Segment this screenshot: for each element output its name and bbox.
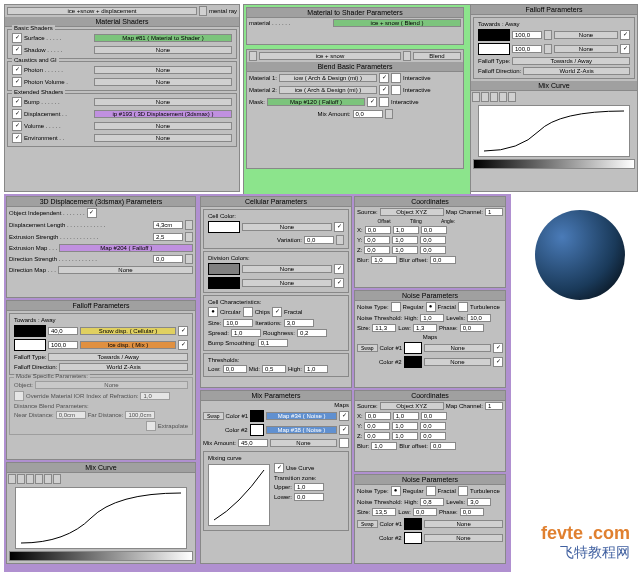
mid-input[interactable]: 0,5	[262, 365, 286, 373]
material-dropdown[interactable]: ice +snow + displacement	[7, 7, 197, 15]
mat1-radio[interactable]	[391, 73, 401, 83]
map1-btn[interactable]: None	[554, 31, 618, 39]
lower-input[interactable]: 0,0	[294, 493, 324, 501]
objind-cb[interactable]: ✓	[87, 208, 97, 218]
f2v1-input[interactable]: 40,0	[48, 327, 78, 335]
map2-cb[interactable]: ✓	[620, 44, 630, 54]
volume-btn[interactable]: None	[94, 122, 232, 130]
mat2-btn[interactable]: ice ( Arch & Design (mi) )	[279, 86, 377, 94]
estr-input[interactable]: 2,5	[153, 233, 183, 241]
bump-input[interactable]: 0,1	[258, 339, 288, 347]
spin[interactable]	[544, 44, 552, 54]
disp-btn[interactable]: ip #193 ( 3D Displacement (3dsmax) )	[94, 110, 232, 118]
div2-swatch[interactable]	[208, 277, 240, 289]
iter-input[interactable]: 3,0	[284, 319, 314, 327]
spin[interactable]	[544, 30, 552, 40]
val2-input[interactable]: 100,0	[512, 45, 542, 53]
photonvol-cb[interactable]: ✓	[12, 77, 22, 87]
c3[interactable]	[490, 92, 498, 102]
y2t[interactable]: 1,0	[392, 422, 418, 430]
s[interactable]	[185, 232, 193, 242]
env-cb[interactable]: ✓	[12, 133, 22, 143]
ya[interactable]: 0,0	[420, 236, 446, 244]
cc-cb[interactable]: ✓	[334, 222, 344, 232]
s[interactable]	[185, 220, 193, 230]
low-input[interactable]: 0,0	[223, 365, 247, 373]
c1-map-btn[interactable]: Map #34 ( Noise )	[266, 412, 337, 420]
upper-input[interactable]: 1,0	[294, 483, 324, 491]
ph2-input[interactable]: 0,0	[460, 508, 484, 516]
fdir-dd[interactable]: World Z-Axis	[523, 67, 630, 75]
var-input[interactable]: 0,0	[304, 236, 334, 244]
x2o[interactable]: 0,0	[365, 412, 391, 420]
dd-arrow-icon[interactable]	[403, 51, 411, 61]
mc3[interactable]	[26, 474, 34, 484]
val1-input[interactable]: 100,0	[512, 31, 542, 39]
f2b1-cb[interactable]: ✓	[178, 326, 188, 336]
nc1-btn[interactable]: None	[424, 344, 491, 352]
f2v2-input[interactable]: 100,0	[48, 341, 78, 349]
mixamt2-cb[interactable]	[339, 438, 349, 448]
color1-swatch[interactable]	[478, 29, 510, 41]
frac-radio[interactable]: ●	[426, 302, 436, 312]
c1[interactable]	[472, 92, 480, 102]
blur-input[interactable]: 1,0	[371, 256, 397, 264]
z2o[interactable]: 0,0	[364, 432, 390, 440]
mixamt-input[interactable]: 0,0	[353, 110, 383, 118]
emap-btn[interactable]: Map #204 ( Falloff )	[59, 244, 193, 252]
boff2-input[interactable]: 0,0	[430, 442, 456, 450]
mixamt2-btn[interactable]: None	[270, 439, 337, 447]
yt[interactable]: 1,0	[392, 236, 418, 244]
source-dd[interactable]: Object XYZ	[380, 208, 444, 216]
s[interactable]	[336, 235, 344, 245]
c2[interactable]	[481, 92, 489, 102]
map1-cb[interactable]: ✓	[620, 30, 630, 40]
x2t[interactable]: 1,0	[393, 412, 419, 420]
chips-radio[interactable]	[243, 307, 253, 317]
lo2-input[interactable]: 0,0	[413, 508, 437, 516]
dlen-input[interactable]: 4,3cm	[153, 221, 183, 229]
env-btn[interactable]: None	[94, 134, 232, 142]
blur2-input[interactable]: 1,0	[371, 442, 397, 450]
shadow-cb[interactable]: ✓	[12, 45, 22, 55]
div2-btn[interactable]: None	[242, 279, 332, 287]
sz2-input[interactable]: 13,5	[372, 508, 396, 516]
f2c2-swatch[interactable]	[14, 339, 46, 351]
mask-radio[interactable]	[379, 97, 389, 107]
c5[interactable]	[508, 92, 516, 102]
mask-btn[interactable]: Map #120 ( Falloff )	[267, 98, 365, 106]
f2b1-btn[interactable]: Snow disp. ( Cellular )	[80, 327, 176, 335]
dmap-btn[interactable]: None	[58, 266, 193, 274]
h2-input[interactable]: 0,8	[420, 498, 444, 506]
nc2-cb[interactable]: ✓	[493, 357, 503, 367]
photon-cb[interactable]: ✓	[12, 65, 22, 75]
frac2-radio[interactable]	[426, 486, 436, 496]
bump-btn[interactable]: None	[94, 98, 232, 106]
fractal-cb[interactable]: ✓	[272, 307, 282, 317]
f2dir-dd[interactable]: World Z-Axis	[59, 363, 188, 371]
x2a[interactable]: 0,0	[421, 412, 447, 420]
zt[interactable]: 1,0	[392, 246, 418, 254]
surface-cb[interactable]: ✓	[12, 33, 22, 43]
usecurve-cb[interactable]: ✓	[274, 463, 284, 473]
nlow-input[interactable]: 1,3	[413, 324, 437, 332]
lev-input[interactable]: 10,0	[467, 314, 491, 322]
dd-arrow[interactable]	[199, 6, 207, 16]
nswap-btn[interactable]: Swap	[357, 344, 378, 352]
c1-cb[interactable]: ✓	[339, 411, 349, 421]
f2c1-swatch[interactable]	[14, 325, 46, 337]
mapch-input[interactable]: 1	[485, 208, 503, 216]
lv2-input[interactable]: 3,0	[467, 498, 491, 506]
mc5[interactable]	[44, 474, 52, 484]
s[interactable]	[185, 254, 193, 264]
color2-swatch[interactable]	[478, 43, 510, 55]
nsize-input[interactable]: 11,3	[372, 324, 396, 332]
photonvol-btn[interactable]: None	[94, 78, 232, 86]
mat1-btn[interactable]: iow ( Arch & Design (mi) )	[279, 74, 377, 82]
cellcolor-swatch[interactable]	[208, 221, 240, 233]
surface-map-btn[interactable]: Map #81 ( Material to Shader )	[94, 34, 232, 42]
div1-swatch[interactable]	[208, 263, 240, 275]
blend-type-btn[interactable]: Blend	[413, 52, 461, 60]
turb2-radio[interactable]	[458, 486, 468, 496]
f2type-dd[interactable]: Towards / Away	[48, 353, 188, 361]
